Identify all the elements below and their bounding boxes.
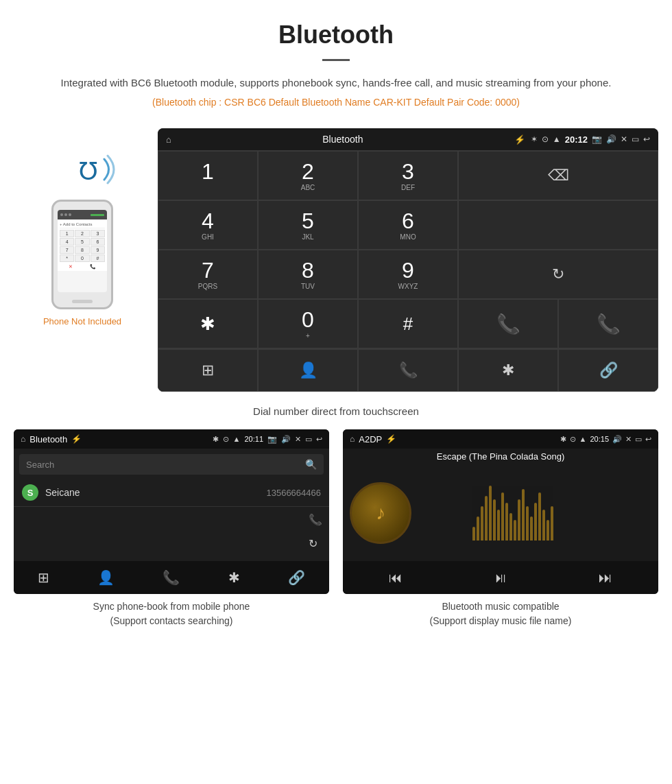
music-viz-bar — [547, 520, 549, 541]
pb-sig-icon: ▲ — [233, 435, 241, 444]
signal-icon: ▲ — [553, 134, 561, 144]
pb-bot-phone-icon[interactable]: 📞 — [163, 569, 180, 586]
pb-search-placeholder: Search — [26, 460, 305, 470]
main-section: ℧ + Add to Contacts 123 456 789 — [0, 128, 672, 399]
music-win-icon: ▭ — [635, 435, 642, 444]
music-visualizer — [469, 464, 658, 561]
bottom-link-icon[interactable]: 🔗 — [558, 349, 658, 392]
music-viz-bar — [542, 510, 545, 541]
refresh-icon[interactable]: ↻ — [552, 265, 564, 283]
music-viz-bar — [489, 486, 492, 541]
dial-key-6[interactable]: 6 MNO — [358, 200, 458, 250]
bottom-phone-icon[interactable]: 📞 — [358, 349, 458, 392]
dial-call-button[interactable]: 📞 — [458, 299, 558, 348]
pb-title: Bluetooth — [29, 434, 67, 444]
dialpad-caption: Dial number direct from touchscreen — [0, 399, 672, 429]
pb-search-icon[interactable]: 🔍 — [305, 459, 317, 470]
dial-key-7[interactable]: 7 PQRS — [158, 250, 258, 299]
music-play-pause-icon[interactable]: ⏯ — [494, 570, 507, 586]
bottom-contacts-icon[interactable]: 👤 — [258, 349, 358, 392]
dial-key-8[interactable]: 8 TUV — [258, 250, 358, 299]
lower-section: ⌂ Bluetooth ⚡ ✱ ⊙ ▲ 20:11 📷 🔊 ✕ ▭ ↩ — [0, 429, 672, 645]
dialpad-bottom-row: ⊞ 👤 📞 ✱ 🔗 — [158, 348, 658, 392]
phone-not-included-label: Phone Not Included — [43, 316, 121, 326]
bottom-bluetooth-icon[interactable]: ✱ — [458, 349, 558, 392]
dial-key-0[interactable]: 0 + — [258, 299, 358, 348]
pb-loc-icon: ⊙ — [223, 435, 229, 444]
dial-empty-3: ↻ — [458, 250, 658, 299]
pb-vol-icon: 🔊 — [281, 435, 291, 444]
pb-contact-number: 13566664466 — [266, 488, 321, 498]
pb-cam-icon: 📷 — [267, 435, 277, 444]
music-screen: ⌂ A2DP ⚡ ✱ ⊙ ▲ 20:15 🔊 ✕ ▭ ↩ Escap — [343, 429, 658, 594]
pb-search-bar[interactable]: Search 🔍 — [19, 454, 324, 475]
pb-status-right: ✱ ⊙ ▲ 20:11 📷 🔊 ✕ ▭ ↩ — [213, 435, 322, 444]
pb-contact-avatar: S — [22, 484, 38, 501]
dialpad-container: ⌂ Bluetooth ⚡ ✶ ⊙ ▲ 20:12 📷 🔊 ✕ ▭ ↩ — [158, 128, 658, 392]
pb-right-icons: 📞 ↻ — [309, 513, 322, 550]
music-viz-bar — [477, 516, 479, 541]
pb-bot-link-icon[interactable]: 🔗 — [288, 569, 305, 586]
pb-bot-bt-icon[interactable]: ✱ — [228, 569, 240, 586]
pb-time: 20:11 — [244, 435, 263, 444]
dial-key-9[interactable]: 9 WXYZ — [358, 250, 458, 299]
music-viz-bar — [472, 527, 475, 541]
dial-key-3[interactable]: 3 DEF — [358, 151, 458, 200]
dialpad-screen-title: Bluetooth — [177, 134, 509, 145]
home-icon: ⌂ — [166, 134, 171, 145]
music-prev-icon[interactable]: ⏮ — [389, 570, 403, 586]
pb-contact-row[interactable]: S Seicane 13566664466 — [14, 479, 329, 507]
dial-empty-1: ⌫ — [458, 151, 658, 200]
dialpad-screen: ⌂ Bluetooth ⚡ ✶ ⊙ ▲ 20:12 📷 🔊 ✕ ▭ ↩ — [158, 128, 658, 392]
phone-area: ℧ + Add to Contacts 123 456 789 — [14, 128, 151, 326]
backspace-icon[interactable]: ⌫ — [548, 167, 569, 185]
dial-key-1[interactable]: 1 . — [158, 151, 258, 200]
dialpad-grid: 1 . 2 ABC 3 DEF ⌫ 4 GHI — [158, 150, 658, 348]
phone-screen: + Add to Contacts 123 456 789 *0# ✕ 📞 — [58, 210, 107, 292]
status-time: 20:12 — [565, 134, 588, 145]
phonebook-screenshot: ⌂ Bluetooth ⚡ ✱ ⊙ ▲ 20:11 📷 🔊 ✕ ▭ ↩ — [14, 429, 329, 594]
dial-key-4[interactable]: 4 GHI — [158, 200, 258, 250]
pb-x-icon: ✕ — [295, 435, 301, 444]
music-viz-bar — [551, 506, 553, 541]
phonebook-caption: Sync phone-book from mobile phone (Suppo… — [14, 594, 329, 631]
pb-bot-grid-icon[interactable]: ⊞ — [38, 569, 49, 586]
usb-icon: ⚡ — [514, 134, 525, 145]
back-icon: ↩ — [643, 134, 650, 144]
music-viz-bar — [485, 496, 488, 541]
music-vol-icon: 🔊 — [612, 435, 622, 444]
pb-right-refresh-icon[interactable]: ↻ — [309, 537, 322, 550]
pb-contact-name: Seicane — [45, 487, 266, 498]
music-back-icon: ↩ — [645, 435, 651, 444]
page-header: Bluetooth Integrated with BC6 Bluetooth … — [0, 0, 672, 128]
pb-right-phone-icon[interactable]: 📞 — [309, 513, 322, 526]
dial-key-star[interactable]: ✱ — [158, 299, 258, 348]
pb-contact-area: S Seicane 13566664466 📞 ↻ — [14, 479, 329, 507]
music-usb-icon: ⚡ — [386, 434, 396, 444]
dial-key-hash[interactable]: # — [358, 299, 458, 348]
dial-key-5[interactable]: 5 JKL — [258, 200, 358, 250]
pb-win-icon: ▭ — [305, 435, 312, 444]
pb-bot-person-icon[interactable]: 👤 — [97, 569, 115, 586]
volume-icon: 🔊 — [606, 134, 616, 144]
bottom-grid-icon[interactable]: ⊞ — [158, 349, 258, 392]
music-screenshot: ⌂ A2DP ⚡ ✱ ⊙ ▲ 20:15 🔊 ✕ ▭ ↩ Escap — [343, 429, 658, 594]
window-icon: ▭ — [632, 134, 639, 144]
phonebook-screen: ⌂ Bluetooth ⚡ ✱ ⊙ ▲ 20:11 📷 🔊 ✕ ▭ ↩ — [14, 429, 329, 594]
music-album-art: ♪ — [350, 482, 411, 544]
svg-text:℧: ℧ — [79, 157, 98, 185]
music-viz-bar — [538, 492, 541, 541]
dial-key-2[interactable]: 2 ABC — [258, 151, 358, 200]
music-viz-bar — [497, 510, 500, 541]
dial-empty-2 — [458, 200, 658, 250]
bluetooth-icon: ✶ — [531, 134, 538, 144]
music-song-title: Escape (The Pina Colada Song) — [343, 449, 658, 464]
music-viz-bar — [526, 506, 529, 541]
music-home-icon: ⌂ — [350, 434, 355, 444]
music-viz-bar — [530, 516, 533, 541]
dial-end-button[interactable]: 📞 — [558, 299, 658, 348]
music-viz-bar — [505, 503, 508, 541]
music-viz-bar — [481, 506, 483, 541]
pb-status-bar: ⌂ Bluetooth ⚡ ✱ ⊙ ▲ 20:11 📷 🔊 ✕ ▭ ↩ — [14, 429, 329, 449]
music-next-icon[interactable]: ⏭ — [599, 570, 612, 586]
